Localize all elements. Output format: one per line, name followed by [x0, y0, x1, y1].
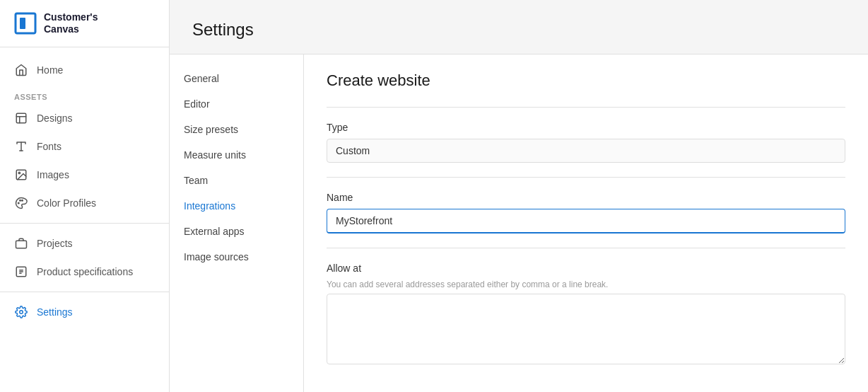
product-spec-icon [14, 265, 28, 279]
allow-at-label: Allow at [327, 263, 845, 274]
projects-icon [14, 236, 28, 250]
sidebar-item-designs[interactable]: Designs [0, 104, 169, 132]
svg-point-9 [18, 202, 20, 204]
settings-nav-size-presets[interactable]: Size presets [170, 117, 303, 142]
name-input[interactable] [327, 209, 845, 234]
sidebar-logo: Customer's Canvas [0, 0, 169, 47]
form-area: Create website Type Name Allow at You ca… [304, 54, 868, 392]
page-title: Settings [192, 20, 845, 40]
designs-icon [14, 111, 28, 125]
sidebar-item-fonts[interactable]: Fonts [0, 132, 169, 161]
sidebar-item-color-profiles[interactable]: Color Profiles [0, 189, 169, 217]
sidebar-item-product-specifications[interactable]: Product specifications [0, 258, 169, 286]
form-divider-name [327, 177, 845, 178]
settings-nav-editor[interactable]: Editor [170, 91, 303, 117]
settings-nav-measure-units[interactable]: Measure units [170, 142, 303, 168]
sidebar-item-projects-label: Projects [37, 238, 73, 249]
sidebar-item-fonts-label: Fonts [37, 141, 61, 152]
sidebar-item-projects[interactable]: Projects [0, 229, 169, 258]
app-name: Customer's Canvas [44, 11, 98, 35]
allow-at-hint: You can add several addresses separated … [327, 279, 845, 289]
svg-rect-12 [16, 241, 27, 248]
assets-section-label: ASSETS [0, 84, 169, 104]
fonts-icon [14, 139, 28, 154]
sidebar-item-images[interactable]: Images [0, 161, 169, 189]
page-header: Settings [170, 0, 868, 54]
home-icon [14, 63, 28, 77]
type-input[interactable] [327, 139, 845, 163]
sidebar-item-home-label: Home [37, 64, 63, 76]
allow-at-textarea[interactable] [327, 294, 845, 364]
svg-point-8 [18, 172, 20, 173]
content-body: General Editor Size presets Measure unit… [170, 54, 868, 392]
sidebar-divider-2 [0, 292, 169, 292]
form-title: Create website [327, 71, 845, 90]
sidebar-item-product-spec-label: Product specifications [37, 266, 133, 277]
form-divider-top [327, 107, 845, 108]
settings-nav-team[interactable]: Team [170, 168, 303, 193]
settings-nav-external-apps[interactable]: External apps [170, 219, 303, 244]
images-icon [14, 168, 28, 182]
settings-nav-general[interactable]: General [170, 66, 303, 91]
sidebar: Customer's Canvas Home ASSETS [0, 0, 170, 392]
sidebar-divider [0, 223, 169, 224]
sidebar-item-settings-label: Settings [37, 306, 73, 318]
svg-point-11 [22, 200, 23, 201]
form-group-name: Name [327, 192, 845, 234]
svg-point-17 [20, 310, 23, 313]
name-label: Name [327, 192, 845, 203]
svg-point-10 [20, 200, 21, 201]
sidebar-item-designs-label: Designs [37, 113, 73, 124]
settings-subnav: General Editor Size presets Measure unit… [170, 54, 304, 392]
sidebar-item-color-profiles-label: Color Profiles [37, 197, 96, 209]
settings-nav-image-sources[interactable]: Image sources [170, 244, 303, 270]
sidebar-item-images-label: Images [37, 169, 69, 180]
svg-rect-1 [20, 18, 25, 29]
sidebar-item-home[interactable]: Home [0, 56, 169, 84]
form-group-type: Type [327, 122, 845, 163]
sidebar-item-settings[interactable]: Settings [0, 298, 169, 326]
app-logo-icon [14, 12, 37, 35]
settings-nav-integrations[interactable]: Integrations [170, 193, 303, 219]
sidebar-nav: Home ASSETS Designs F [0, 47, 169, 335]
form-group-allow-at: Allow at You can add several addresses s… [327, 263, 845, 367]
color-profiles-icon [14, 196, 28, 210]
form-divider-allow [327, 248, 845, 248]
main-content: Settings General Editor Size presets Mea… [170, 0, 868, 392]
type-label: Type [327, 122, 845, 133]
settings-icon [14, 305, 28, 319]
svg-rect-2 [16, 113, 26, 123]
